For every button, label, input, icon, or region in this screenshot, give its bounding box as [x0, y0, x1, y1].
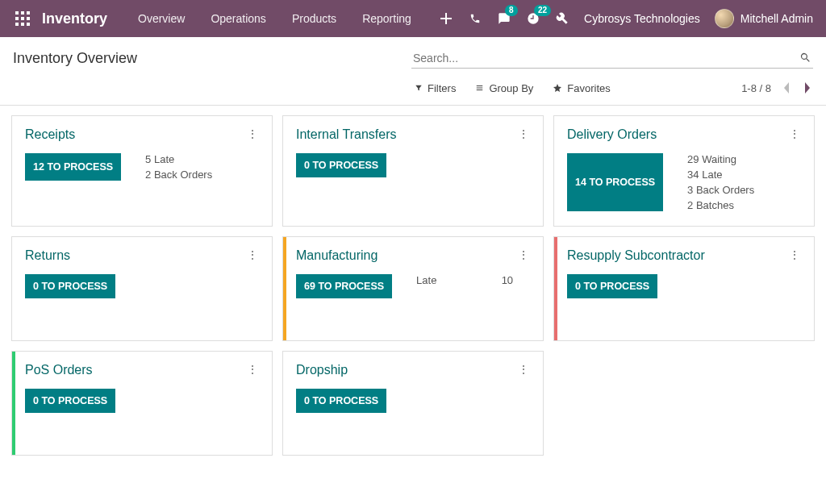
nav-reporting[interactable]: Reporting: [353, 12, 421, 25]
stat-row[interactable]: 3 Back Orders: [687, 184, 784, 196]
card-title[interactable]: Delivery Orders: [567, 127, 657, 142]
kanban-card[interactable]: Returns⋮0 TO PROCESS: [11, 236, 273, 341]
apps-icon[interactable]: [13, 9, 32, 28]
card-header: Receipts⋮: [25, 127, 259, 142]
pager-prev[interactable]: [781, 81, 792, 95]
avatar: [715, 9, 734, 28]
chat-badge: 8: [505, 5, 518, 16]
process-button[interactable]: 14 TO PROCESS: [567, 153, 663, 211]
kebab-icon[interactable]: ⋮: [517, 248, 530, 261]
stat-label: Late: [416, 274, 436, 286]
kebab-icon[interactable]: ⋮: [517, 363, 530, 376]
filters-label: Filters: [428, 82, 456, 94]
stat-label: 5 Late: [145, 153, 174, 165]
search-bar[interactable]: [411, 48, 813, 69]
kebab-icon[interactable]: ⋮: [788, 248, 801, 261]
process-button[interactable]: 69 TO PROCESS: [296, 274, 392, 298]
card-title[interactable]: Manufacturing: [296, 248, 378, 263]
svg-rect-3: [15, 17, 19, 20]
card-accent: [283, 237, 286, 340]
svg-rect-0: [15, 11, 19, 15]
kebab-icon[interactable]: ⋮: [246, 248, 259, 261]
svg-rect-7: [21, 23, 24, 26]
card-title[interactable]: PoS Orders: [25, 363, 93, 377]
funnel-icon: [415, 84, 423, 92]
stat-label: 3 Back Orders: [687, 184, 754, 196]
app-brand[interactable]: Inventory: [42, 10, 107, 27]
nav-operations[interactable]: Operations: [201, 12, 275, 25]
nav-products[interactable]: Products: [282, 12, 346, 25]
favorites-label: Favorites: [567, 82, 610, 94]
card-header: PoS Orders⋮: [25, 363, 259, 377]
search-icon[interactable]: [799, 52, 811, 64]
kanban-card[interactable]: Manufacturing⋮69 TO PROCESSLate10: [282, 236, 544, 341]
process-button[interactable]: 0 TO PROCESS: [25, 274, 115, 298]
nav-overview[interactable]: Overview: [128, 12, 194, 25]
card-header: Delivery Orders⋮: [567, 127, 801, 142]
plus-icon[interactable]: [439, 11, 453, 26]
chat-icon[interactable]: 8: [497, 11, 511, 26]
card-stats: Late10: [416, 274, 513, 298]
pager-text: 1-8 / 8: [741, 82, 771, 94]
groupby-button[interactable]: Group By: [475, 82, 533, 94]
card-body: 0 TO PROCESS: [296, 389, 530, 413]
card-title[interactable]: Receipts: [25, 127, 75, 142]
stat-label: 34 Late: [687, 169, 722, 181]
card-header: Dropship⋮: [296, 363, 530, 377]
process-button[interactable]: 0 TO PROCESS: [296, 153, 386, 177]
card-accent: [12, 352, 15, 455]
phone-icon[interactable]: [468, 11, 482, 26]
card-header: Internal Transfers⋮: [296, 127, 530, 142]
user-menu[interactable]: Mitchell Admin: [715, 9, 813, 28]
card-header: Returns⋮: [25, 248, 259, 263]
svg-rect-6: [15, 23, 19, 26]
kebab-icon[interactable]: ⋮: [788, 127, 801, 140]
card-accent: [554, 237, 557, 340]
pager: 1-8 / 8: [741, 81, 813, 95]
svg-rect-8: [27, 23, 30, 26]
search-input[interactable]: [413, 52, 799, 65]
filters-button[interactable]: Filters: [415, 82, 456, 94]
process-button[interactable]: 0 TO PROCESS: [567, 274, 657, 298]
card-title[interactable]: Internal Transfers: [296, 127, 397, 142]
card-title[interactable]: Dropship: [296, 363, 348, 377]
stat-row[interactable]: 34 Late: [687, 169, 784, 181]
list-icon: [475, 84, 484, 92]
kanban-card[interactable]: Internal Transfers⋮0 TO PROCESS: [282, 115, 544, 227]
process-button[interactable]: 0 TO PROCESS: [25, 389, 115, 413]
kebab-icon[interactable]: ⋮: [246, 127, 259, 140]
card-title[interactable]: Returns: [25, 248, 70, 263]
stat-row[interactable]: 29 Waiting: [687, 153, 784, 165]
kebab-icon[interactable]: ⋮: [246, 363, 259, 376]
card-body: 14 TO PROCESS29 Waiting34 Late3 Back Ord…: [567, 153, 801, 211]
kanban-card[interactable]: Receipts⋮12 TO PROCESS5 Late2 Back Order…: [11, 115, 273, 227]
wrench-icon[interactable]: [555, 11, 569, 26]
stat-row[interactable]: 5 Late: [145, 153, 242, 165]
stat-row[interactable]: 2 Back Orders: [145, 169, 242, 181]
svg-rect-4: [21, 17, 24, 20]
stat-label: 29 Waiting: [687, 153, 736, 165]
card-body: 69 TO PROCESSLate10: [296, 274, 530, 298]
kebab-icon[interactable]: ⋮: [517, 127, 530, 140]
card-body: 0 TO PROCESS: [25, 274, 259, 298]
kanban-card[interactable]: Resupply Subcontractor⋮0 TO PROCESS: [553, 236, 815, 341]
company-name[interactable]: Cybrosys Technologies: [584, 12, 700, 25]
card-body: 0 TO PROCESS: [296, 153, 530, 177]
process-button[interactable]: 0 TO PROCESS: [296, 389, 386, 413]
activity-icon[interactable]: 22: [526, 11, 540, 26]
stat-row[interactable]: 2 Batches: [687, 199, 784, 211]
kanban-card[interactable]: Delivery Orders⋮14 TO PROCESS29 Waiting3…: [553, 115, 815, 227]
subheader: Inventory Overview: [0, 37, 826, 73]
pager-next[interactable]: [802, 81, 813, 95]
kanban-board: Receipts⋮12 TO PROCESS5 Late2 Back Order…: [0, 106, 826, 465]
card-title[interactable]: Resupply Subcontractor: [567, 248, 705, 263]
kanban-card[interactable]: Dropship⋮0 TO PROCESS: [282, 351, 544, 456]
favorites-button[interactable]: Favorites: [553, 82, 610, 94]
card-header: Resupply Subcontractor⋮: [567, 248, 801, 263]
stat-value: 10: [502, 274, 513, 286]
stat-label: 2 Back Orders: [145, 169, 212, 181]
stat-row[interactable]: Late10: [416, 274, 513, 286]
card-body: 0 TO PROCESS: [25, 389, 259, 413]
kanban-card[interactable]: PoS Orders⋮0 TO PROCESS: [11, 351, 273, 456]
process-button[interactable]: 12 TO PROCESS: [25, 153, 121, 181]
